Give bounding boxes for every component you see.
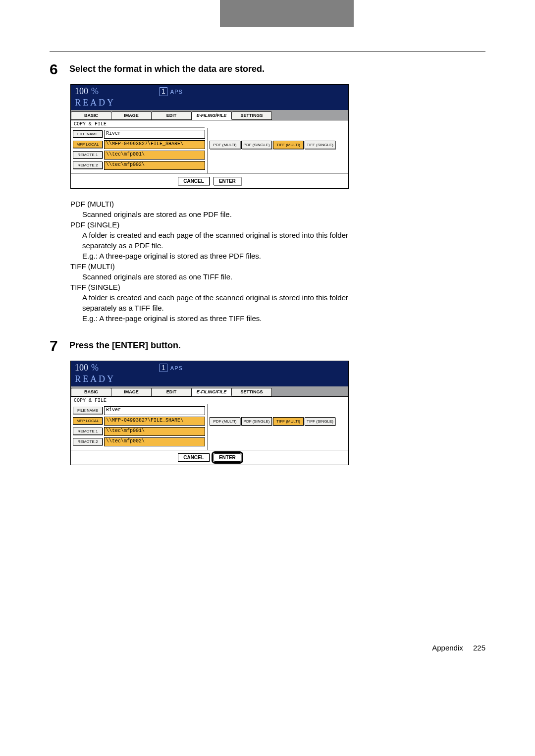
mode-label: COPY & FILE xyxy=(71,397,205,404)
panel-header: 100 % 1 APS xyxy=(71,85,348,98)
count-value: 1 xyxy=(160,87,167,96)
desc-pdf-single-body2: E.g.: A three-page original is stored as… xyxy=(82,251,377,261)
mfp-panel-step7: 100 % 1 APS READY BASIC IMAGE EDIT E-FIL… xyxy=(70,361,349,465)
pdf-multi-button[interactable]: PDF (MULTI) xyxy=(210,417,240,426)
filename-button[interactable]: FILE NAME xyxy=(73,130,103,138)
step-6: 6 Select the format in which the data ar… xyxy=(50,62,485,77)
cancel-button[interactable]: CANCEL xyxy=(178,453,210,462)
tab-basic[interactable]: BASIC xyxy=(71,111,111,120)
desc-pdf-multi-title: PDF (MULTI) xyxy=(70,199,377,209)
filename-field[interactable]: River xyxy=(104,406,205,415)
filename-button[interactable]: FILE NAME xyxy=(73,407,103,414)
desc-tiff-single-title: TIFF (SINGLE) xyxy=(70,282,377,292)
page-footer: Appendix 225 xyxy=(0,644,535,667)
filename-field[interactable]: River xyxy=(104,130,205,139)
step-title: Press the [ENTER] button. xyxy=(69,340,181,353)
aps-label: APS xyxy=(170,89,183,95)
tiff-single-button[interactable]: TIFF (SINGLE) xyxy=(305,141,335,149)
desc-tiff-single-body1: A folder is created and each page of the… xyxy=(82,292,377,313)
remote2-field[interactable]: \\tec\mfp002\ xyxy=(104,161,205,170)
desc-pdf-multi-body: Scanned originals are stored as one PDF … xyxy=(82,209,377,219)
percent-sign: % xyxy=(91,363,99,373)
ready-status: READY xyxy=(71,374,348,386)
page-top-tab xyxy=(220,0,354,27)
step-number: 7 xyxy=(50,338,69,353)
ready-status: READY xyxy=(71,98,348,110)
percent-value: 100 xyxy=(75,363,88,373)
horizontal-rule xyxy=(50,52,485,52)
tab-bar: BASIC IMAGE EDIT E-FILING/FILE SETTINGS xyxy=(71,388,348,396)
aps-label: APS xyxy=(170,365,183,371)
mfplocal-button[interactable]: MFP LOCAL xyxy=(73,141,103,148)
tab-efiling[interactable]: E-FILING/FILE xyxy=(192,388,232,396)
cancel-button[interactable]: CANCEL xyxy=(178,177,210,185)
step-number: 6 xyxy=(50,62,69,77)
footer-page: 225 xyxy=(473,644,485,652)
pdf-single-button[interactable]: PDF (SINGLE) xyxy=(241,417,272,426)
mfp-panel-step6: 100 % 1 APS READY BASIC IMAGE EDIT E-FIL… xyxy=(70,84,349,189)
tiff-multi-button[interactable]: TIFF (MULTI) xyxy=(273,417,304,426)
remote2-button[interactable]: REMOTE 2 xyxy=(73,162,103,169)
page-top-bar xyxy=(0,0,535,27)
percent-sign: % xyxy=(91,87,99,97)
mfplocal-button[interactable]: MFP LOCAL xyxy=(73,417,103,425)
tab-settings[interactable]: SETTINGS xyxy=(232,388,272,396)
tiff-multi-button[interactable]: TIFF (MULTI) xyxy=(273,141,304,149)
tiff-single-button[interactable]: TIFF (SINGLE) xyxy=(305,417,335,426)
desc-tiff-single-body2: E.g.: A three-page original is stored as… xyxy=(82,313,377,324)
pdf-multi-button[interactable]: PDF (MULTI) xyxy=(210,141,240,149)
enter-button-highlighted[interactable]: ENTER xyxy=(214,453,241,462)
tab-image[interactable]: IMAGE xyxy=(111,388,152,396)
remote1-button[interactable]: REMOTE 1 xyxy=(73,151,103,159)
remote1-field[interactable]: \\tec\mfp001\ xyxy=(104,427,205,436)
desc-tiff-multi-title: TIFF (MULTI) xyxy=(70,261,377,271)
tab-basic[interactable]: BASIC xyxy=(71,388,111,396)
count-value: 1 xyxy=(160,364,167,372)
tab-edit[interactable]: EDIT xyxy=(152,111,192,120)
step-7: 7 Press the [ENTER] button. xyxy=(50,338,485,353)
tab-image[interactable]: IMAGE xyxy=(111,111,152,120)
pdf-single-button[interactable]: PDF (SINGLE) xyxy=(241,141,272,149)
footer-section: Appendix xyxy=(432,644,463,652)
tab-edit[interactable]: EDIT xyxy=(152,388,192,396)
desc-tiff-multi-body: Scanned originals are stored as one TIFF… xyxy=(82,271,377,282)
step-title: Select the format in which the data are … xyxy=(69,64,265,77)
mode-label: COPY & FILE xyxy=(71,120,205,128)
remote1-button[interactable]: REMOTE 1 xyxy=(73,428,103,435)
tab-efiling[interactable]: E-FILING/FILE xyxy=(192,111,232,120)
mfplocal-field[interactable]: \\MFP-04993827\FILE_SHARE\ xyxy=(104,417,205,426)
desc-pdf-single-title: PDF (SINGLE) xyxy=(70,219,377,230)
panel-header: 100 % 1 APS xyxy=(71,361,348,374)
mfplocal-field[interactable]: \\MFP-04993827\FILE_SHARE\ xyxy=(104,140,205,149)
format-descriptions: PDF (MULTI) Scanned originals are stored… xyxy=(70,199,377,324)
remote2-field[interactable]: \\tec\mfp002\ xyxy=(104,437,205,446)
tab-settings[interactable]: SETTINGS xyxy=(232,111,272,120)
remote1-field[interactable]: \\tec\mfp001\ xyxy=(104,151,205,160)
enter-button[interactable]: ENTER xyxy=(214,177,241,185)
desc-pdf-single-body1: A folder is created and each page of the… xyxy=(82,230,377,251)
remote2-button[interactable]: REMOTE 2 xyxy=(73,438,103,445)
tab-bar: BASIC IMAGE EDIT E-FILING/FILE SETTINGS xyxy=(71,111,348,120)
percent-value: 100 xyxy=(75,87,88,97)
